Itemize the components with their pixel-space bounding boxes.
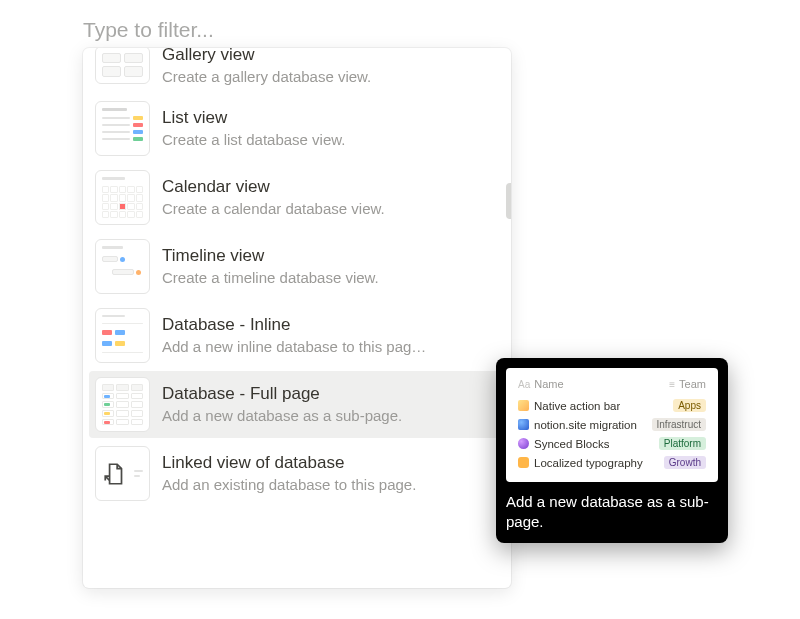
menu-item-desc: Create a gallery database view. (162, 67, 499, 87)
scrollbar-thumb[interactable] (506, 183, 511, 219)
menu-item-desc: Create a calendar database view. (162, 199, 499, 219)
menu-item-list-view[interactable]: List view Create a list database view. (89, 95, 505, 162)
menu-item-title: List view (162, 107, 499, 130)
thumb-list-icon (95, 101, 150, 156)
menu-item-desc: Create a list database view. (162, 130, 499, 150)
menu-item-title: Database - Full page (162, 383, 499, 406)
menu-item-database-full-page[interactable]: Database - Full page Add a new database … (89, 371, 505, 438)
menu-item-gallery-view[interactable]: Gallery view Create a gallery database v… (89, 54, 505, 93)
preview-tag: Apps (673, 399, 706, 412)
preview-row: notion.site migration Infrastruct (518, 415, 706, 434)
thumb-calendar-icon (95, 170, 150, 225)
menu-item-title: Database - Inline (162, 314, 499, 337)
preview-popover: AaName ≡Team Native action bar Apps noti… (496, 358, 728, 543)
menu-item-title: Timeline view (162, 245, 499, 268)
menu-item-title: Linked view of database (162, 452, 499, 475)
menu-item-calendar-view[interactable]: Calendar view Create a calendar database… (89, 164, 505, 231)
menu-item-title: Gallery view (162, 48, 499, 67)
menu-item-linked-view[interactable]: Linked view of database Add an existing … (89, 440, 505, 507)
preview-tag: Infrastruct (652, 418, 706, 431)
thumb-database-full-page-icon (95, 377, 150, 432)
preview-col-name: AaName (518, 378, 564, 390)
block-type-menu: Gallery view Create a gallery database v… (83, 48, 511, 588)
thumb-linked-view-icon (95, 446, 150, 501)
menu-item-database-inline[interactable]: Database - Inline Add a new inline datab… (89, 302, 505, 369)
menu-item-desc: Add a new inline database to this pag… (162, 337, 499, 357)
thumb-gallery-icon (95, 48, 150, 84)
menu-item-desc: Create a timeline database view. (162, 268, 499, 288)
preview-caption: Add a new database as a sub-page. (506, 492, 718, 533)
menu-item-timeline-view[interactable]: Timeline view Create a timeline database… (89, 233, 505, 300)
thumb-database-inline-icon (95, 308, 150, 363)
menu-item-desc: Add a new database as a sub-page. (162, 406, 499, 426)
preview-row: Native action bar Apps (518, 396, 706, 415)
thumb-timeline-icon (95, 239, 150, 294)
preview-tag: Growth (664, 456, 706, 469)
preview-tag: Platform (659, 437, 706, 450)
preview-col-team: ≡Team (669, 378, 706, 390)
page-arrow-icon (102, 461, 128, 487)
preview-image: AaName ≡Team Native action bar Apps noti… (506, 368, 718, 482)
filter-input[interactable] (83, 18, 383, 42)
menu-item-desc: Add an existing database to this page. (162, 475, 499, 495)
preview-row: Synced Blocks Platform (518, 434, 706, 453)
preview-row: Localized typography Growth (518, 453, 706, 472)
menu-item-title: Calendar view (162, 176, 499, 199)
